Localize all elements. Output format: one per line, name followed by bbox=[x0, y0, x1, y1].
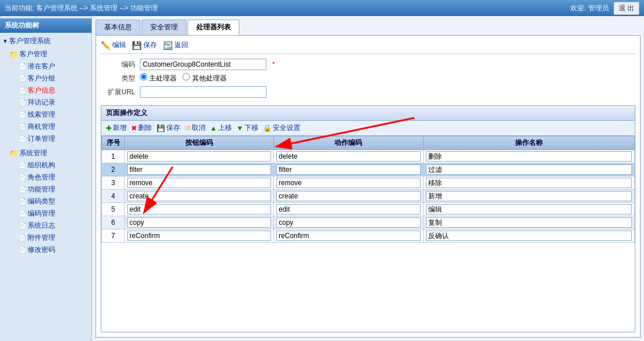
cell-action bbox=[274, 163, 423, 177]
name-input[interactable] bbox=[426, 231, 632, 241]
table-wrapper: 序号 按钮编码 动作编码 操作名称 1234567 bbox=[101, 136, 635, 332]
tab-basic-info[interactable]: 基本信息 bbox=[96, 20, 140, 35]
sidebar-item-clue[interactable]: 📄 线索管理 bbox=[14, 109, 92, 121]
cell-key bbox=[125, 203, 274, 216]
action-input[interactable] bbox=[276, 191, 420, 201]
move-up-button[interactable]: ▲ 上移 bbox=[210, 123, 232, 133]
key-input[interactable] bbox=[127, 151, 271, 162]
key-input[interactable] bbox=[127, 164, 271, 175]
add-icon: ✚ bbox=[106, 124, 112, 132]
sidebar-tree: ▼ 客户管理系统 📁 客户管理 📄 潜在客户 bbox=[0, 33, 92, 259]
operations-table: 序号 按钮编码 动作编码 操作名称 1234567 bbox=[101, 136, 635, 243]
ext-url-label: 扩展URL bbox=[101, 87, 135, 97]
main-toolbar: ✏️ 编辑 💾 保存 ↩️ 返回 bbox=[101, 40, 635, 54]
type-radio-group: 主处理器 其他处理器 bbox=[140, 73, 227, 83]
cell-key bbox=[125, 177, 274, 190]
logout-button[interactable]: 退 出 bbox=[613, 2, 639, 15]
action-input[interactable] bbox=[276, 217, 420, 228]
cell-seq: 5 bbox=[102, 203, 125, 216]
sub-panel-header: 页面操作定义 bbox=[101, 106, 635, 121]
sidebar-item-org[interactable]: 📄 组织机构 bbox=[14, 159, 92, 171]
welcome-text: 欢迎: 管理员 bbox=[570, 3, 609, 13]
sidebar-item-password[interactable]: 📄 修改密码 bbox=[14, 244, 92, 256]
main-layout: 系统功能树 ▼ 客户管理系统 📁 客户管理 bbox=[0, 16, 644, 341]
tab-processor-list[interactable]: 处理器列表 bbox=[188, 20, 239, 35]
cell-seq: 1 bbox=[102, 150, 125, 163]
name-input[interactable] bbox=[426, 191, 632, 201]
sub-save-button[interactable]: 💾 保存 bbox=[157, 123, 180, 133]
type-other-label[interactable]: 其他处理器 bbox=[182, 73, 226, 83]
type-other-radio[interactable] bbox=[182, 73, 190, 81]
action-input[interactable] bbox=[276, 231, 420, 241]
cell-key bbox=[125, 150, 274, 163]
key-input[interactable] bbox=[127, 217, 271, 228]
delete-icon: ✖ bbox=[131, 124, 137, 132]
doc-icon: 📄 bbox=[18, 87, 26, 94]
sidebar-item-customer-mgmt[interactable]: 📁 客户管理 bbox=[7, 48, 92, 60]
type-row: 类型 主处理器 其他处理器 bbox=[101, 73, 635, 83]
sidebar-item-visit[interactable]: 📄 拜访记录 bbox=[14, 97, 92, 109]
tab-security[interactable]: 安全管理 bbox=[142, 20, 186, 35]
back-button[interactable]: ↩️ 返回 bbox=[163, 40, 188, 50]
sidebar-item-root[interactable]: ▼ 客户管理系统 bbox=[0, 35, 92, 47]
ext-url-input[interactable] bbox=[140, 86, 266, 98]
save-icon: 💾 bbox=[132, 41, 142, 50]
code-input[interactable] bbox=[140, 59, 266, 70]
sidebar-item-attachment[interactable]: 📄 附件管理 bbox=[14, 232, 92, 244]
move-down-button[interactable]: ▼ 下移 bbox=[237, 123, 258, 133]
cancel-button[interactable]: ↺ 取消 bbox=[185, 123, 205, 133]
action-input[interactable] bbox=[276, 178, 420, 188]
required-mark: * bbox=[272, 60, 275, 68]
key-input[interactable] bbox=[127, 191, 271, 201]
doc-icon: 📄 bbox=[18, 63, 26, 70]
sidebar-item-order[interactable]: 📄 订单管理 bbox=[14, 133, 92, 145]
tree-item-customer-mgmt: 📁 客户管理 📄 潜在客户 📄 客户分组 bbox=[7, 47, 92, 146]
code-row: 编码 * bbox=[101, 59, 635, 70]
name-input[interactable] bbox=[426, 217, 632, 228]
action-input[interactable] bbox=[276, 204, 420, 214]
cell-name bbox=[423, 203, 634, 216]
doc-icon: 📄 bbox=[18, 234, 26, 242]
key-input[interactable] bbox=[127, 178, 271, 188]
doc-icon: 📄 bbox=[18, 135, 26, 143]
key-input[interactable] bbox=[127, 231, 271, 241]
content-area: 基本信息 安全管理 处理器列表 ✏️ 编辑 💾 保存 bbox=[92, 16, 644, 341]
cell-key bbox=[125, 163, 274, 177]
edit-button[interactable]: ✏️ 编辑 bbox=[101, 40, 126, 50]
key-input[interactable] bbox=[127, 204, 271, 214]
doc-icon: 📄 bbox=[18, 198, 26, 205]
sidebar-item-syslog[interactable]: 📄 系统日志 bbox=[14, 220, 92, 232]
sidebar-item-group[interactable]: 📄 客户分组 bbox=[14, 72, 92, 85]
sidebar-item-potential[interactable]: 📄 潜在客户 bbox=[14, 60, 92, 72]
name-input[interactable] bbox=[426, 178, 632, 188]
sub-save-icon: 💾 bbox=[157, 124, 165, 132]
tab-bar: 基本信息 安全管理 处理器列表 bbox=[96, 20, 641, 35]
cell-name bbox=[423, 150, 634, 163]
security-button[interactable]: 🔒 安全设置 bbox=[263, 123, 300, 133]
form-panel: ✏️ 编辑 💾 保存 ↩️ 返回 编码 * bbox=[96, 35, 641, 338]
name-input[interactable] bbox=[426, 151, 632, 162]
tree-children-root: 📁 客户管理 📄 潜在客户 📄 客户分组 bbox=[0, 47, 92, 257]
action-input[interactable] bbox=[276, 151, 420, 162]
code-label: 编码 bbox=[101, 60, 135, 70]
sidebar-item-role[interactable]: 📄 角色管理 bbox=[14, 171, 92, 183]
type-main-label[interactable]: 主处理器 bbox=[140, 73, 177, 83]
sidebar-item-function[interactable]: 📄 功能管理 bbox=[14, 183, 92, 196]
sidebar-item-customer-info[interactable]: 📄 客户信息 bbox=[14, 85, 92, 97]
col-header-name: 操作名称 bbox=[423, 136, 634, 150]
sidebar-item-code-type[interactable]: 📄 编码类型 bbox=[14, 196, 92, 208]
cell-action bbox=[274, 203, 423, 216]
type-label: 类型 bbox=[101, 74, 135, 83]
sidebar-item-system-mgmt[interactable]: 📁 系统管理 bbox=[7, 147, 92, 159]
name-input[interactable] bbox=[426, 164, 632, 175]
delete-button[interactable]: ✖ 删除 bbox=[131, 123, 152, 133]
doc-icon: 📄 bbox=[18, 111, 26, 118]
sidebar-item-code-mgmt[interactable]: 📄 编码管理 bbox=[14, 208, 92, 220]
name-input[interactable] bbox=[426, 204, 632, 214]
sidebar-item-root-label: 客户管理系统 bbox=[9, 36, 51, 46]
action-input[interactable] bbox=[276, 164, 420, 175]
sidebar-item-opportunity[interactable]: 📄 商机管理 bbox=[14, 121, 92, 133]
add-button[interactable]: ✚ 新增 bbox=[106, 123, 127, 133]
save-button[interactable]: 💾 保存 bbox=[132, 40, 157, 50]
type-main-radio[interactable] bbox=[140, 73, 147, 81]
